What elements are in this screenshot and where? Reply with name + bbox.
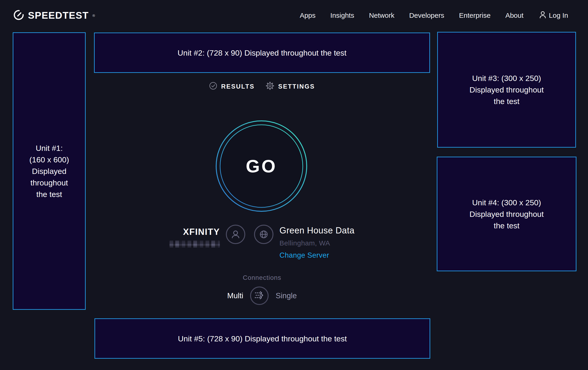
logo-trademark: ® <box>92 14 95 18</box>
ad-text-line: Displayed throughout <box>470 208 544 220</box>
connections-toggle[interactable] <box>250 287 269 305</box>
check-circle-icon <box>209 82 217 91</box>
ad-text-line: Displayed throughout <box>470 84 544 96</box>
go-label: GO <box>213 118 310 215</box>
ad-text-line: Unit #5: (728 x 90) Displayed throughout… <box>178 333 347 344</box>
go-button[interactable]: GO <box>213 118 310 215</box>
ad-unit-3-rectangle[interactable]: Unit #3: (300 x 250) Displayed throughou… <box>437 32 576 148</box>
server-name: Green House Data <box>279 226 355 236</box>
server-text: Green House Data Bellingham, WA Change S… <box>279 224 355 260</box>
server-info: Green House Data Bellingham, WA Change S… <box>254 224 355 260</box>
speedometer-icon <box>13 9 25 22</box>
ad-text-line: Unit #2: (728 x 90) Displayed throughout… <box>178 47 346 59</box>
isp-name: XFINITY <box>169 227 220 237</box>
tab-settings-label: SETTINGS <box>278 83 315 90</box>
connections-section: Connections Multi <box>94 274 430 305</box>
nav-item-apps[interactable]: Apps <box>300 11 315 19</box>
host-info: XFINITY <box>169 224 245 260</box>
header: SPEEDTEST® Apps Insights Network Develop… <box>13 0 568 31</box>
multi-arrows-icon <box>253 289 266 303</box>
tab-results[interactable]: RESULTS <box>209 82 254 91</box>
nav-item-insights[interactable]: Insights <box>330 11 354 19</box>
speedtest-page: SPEEDTEST® Apps Insights Network Develop… <box>0 0 588 370</box>
tabs-bar: RESULTS <box>94 81 430 92</box>
server-location: Bellingham, WA <box>279 239 355 247</box>
ad-text-line: Unit #1: <box>36 142 63 154</box>
isp-user-icon[interactable] <box>226 225 245 244</box>
ip-address-redacted <box>169 240 220 248</box>
nav-item-enterprise[interactable]: Enterprise <box>459 11 491 19</box>
nav-item-developers[interactable]: Developers <box>409 11 444 19</box>
ad-text-line: throughout <box>31 177 68 189</box>
ad-unit-5-banner-bottom[interactable]: Unit #5: (728 x 90) Displayed throughout… <box>94 318 430 359</box>
globe-icon[interactable] <box>254 225 273 244</box>
ad-text-line: the test <box>494 220 520 231</box>
speedtest-logo[interactable]: SPEEDTEST® <box>13 9 95 22</box>
login-button[interactable]: Log In <box>539 11 568 20</box>
gear-icon <box>265 81 275 92</box>
nav-item-about[interactable]: About <box>505 11 523 19</box>
connections-single-option[interactable]: Single <box>275 291 297 300</box>
login-label: Log In <box>549 11 568 19</box>
ad-text-line: Unit #3: (300 x 250) <box>472 72 541 84</box>
ad-text-line: Displayed <box>32 165 66 177</box>
tab-settings[interactable]: SETTINGS <box>265 81 315 92</box>
host-text: XFINITY <box>169 224 220 248</box>
tab-results-label: RESULTS <box>221 83 254 90</box>
ad-unit-4-rectangle[interactable]: Unit #4: (300 x 250) Displayed throughou… <box>437 157 577 271</box>
ad-text-line: the test <box>36 189 62 200</box>
logo-wordmark: SPEEDTEST <box>28 10 89 21</box>
ad-text-line: (160 x 600) <box>29 154 69 165</box>
ad-text-line: Unit #4: (300 x 250) <box>472 197 541 208</box>
connections-multi-option[interactable]: Multi <box>227 291 243 300</box>
connections-label: Connections <box>243 274 281 281</box>
nav-item-network[interactable]: Network <box>369 11 394 19</box>
ad-unit-2-banner-top[interactable]: Unit #2: (728 x 90) Displayed throughout… <box>94 32 430 73</box>
main-nav: Apps Insights Network Developers Enterpr… <box>300 11 568 20</box>
user-icon <box>539 11 546 20</box>
ad-unit-1-skyscraper[interactable]: Unit #1: (160 x 600) Displayed throughou… <box>13 32 86 310</box>
change-server-link[interactable]: Change Server <box>279 251 355 260</box>
connections-toggle-row: Multi Single <box>227 287 297 305</box>
ad-text-line: the test <box>494 96 520 107</box>
connection-info-row: XFINITY Green House Data Belling <box>94 224 430 260</box>
